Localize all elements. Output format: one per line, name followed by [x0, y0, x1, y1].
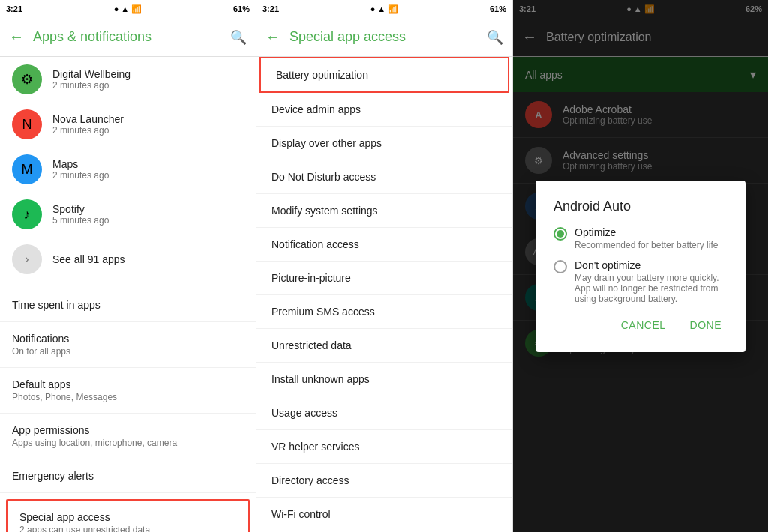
battery-optimization-item[interactable]: Battery optimization — [260, 57, 509, 93]
avatar: ♪ — [12, 199, 42, 229]
left-status-bar: 3:21 ● ▲ 📶 61% — [0, 0, 256, 18]
middle-time: 3:21 — [262, 4, 279, 13]
display-over-label: Display over other apps — [272, 137, 382, 149]
device-admin-label: Device admin apps — [272, 103, 361, 115]
left-search-icon[interactable]: 🔍 — [230, 29, 247, 46]
picture-in-picture-label: Picture-in-picture — [272, 272, 351, 284]
dialog-title: Android Auto — [554, 199, 728, 214]
notification-access-item[interactable]: Notification access — [256, 228, 512, 262]
optimize-label: Optimize — [574, 226, 718, 238]
do-not-disturb-item[interactable]: Do Not Disturb access — [256, 160, 512, 194]
middle-back-button[interactable]: ← — [266, 28, 280, 46]
middle-battery: 61% — [490, 4, 506, 13]
app-permissions-item[interactable]: App permissions Apps using location, mic… — [0, 414, 256, 459]
list-item[interactable]: M Maps 2 minutes ago — [0, 147, 256, 192]
battery-optimization-label: Battery optimization — [276, 69, 368, 81]
app-time: 2 minutes ago — [52, 80, 130, 91]
optimize-radio[interactable] — [554, 227, 567, 241]
list-item[interactable]: ♪ Spotify 5 minutes ago — [0, 192, 256, 237]
default-apps-item[interactable]: Default apps Photos, Phone, Messages — [0, 368, 256, 414]
optimize-option[interactable]: Optimize Recommended for better battery … — [554, 226, 728, 250]
display-over-item[interactable]: Display over other apps — [256, 127, 512, 160]
app-time: 2 minutes ago — [52, 125, 124, 136]
usage-access-item[interactable]: Usage access — [256, 396, 512, 430]
setting-title: Notifications — [12, 333, 244, 345]
avatar: M — [12, 154, 42, 184]
install-unknown-item[interactable]: Install unknown apps — [256, 363, 512, 396]
optimize-desc: Recommended for better battery life — [574, 240, 718, 250]
emergency-alerts-item[interactable]: Emergency alerts — [0, 459, 256, 493]
avatar: N — [12, 109, 42, 139]
setting-subtitle: 2 apps can use unrestricted data — [20, 525, 236, 532]
app-time: 2 minutes ago — [52, 170, 109, 181]
middle-search-icon[interactable]: 🔍 — [487, 29, 503, 46]
app-time: 5 minutes ago — [52, 215, 109, 226]
middle-page-title: Special app access — [290, 29, 487, 45]
vr-helper-label: VR helper services — [272, 441, 360, 453]
setting-title: Time spent in apps — [12, 299, 244, 311]
chevron-right-icon: › — [12, 244, 42, 274]
middle-top-bar: ← Special app access 🔍 — [256, 18, 512, 57]
modify-system-label: Modify system settings — [272, 205, 378, 217]
app-name: Spotify — [52, 203, 109, 215]
setting-title: App permissions — [12, 424, 244, 436]
setting-subtitle: Apps using location, microphone, camera — [12, 438, 244, 448]
left-top-bar: ← Apps & notifications 🔍 — [0, 18, 256, 57]
left-signal-icon: ● ▲ 📶 — [114, 4, 142, 14]
app-name: Maps — [52, 158, 109, 170]
divider — [0, 285, 256, 285]
dont-optimize-option[interactable]: Don't optimize May drain your battery mo… — [554, 259, 728, 304]
right-panel: 3:21 ● ▲ 📶 62% ← Battery optimization Al… — [513, 0, 768, 532]
directory-access-item[interactable]: Directory access — [256, 464, 512, 498]
special-app-access-item[interactable]: Special app access 2 apps can use unrest… — [6, 499, 250, 532]
dont-optimize-radio[interactable] — [554, 260, 567, 273]
premium-sms-item[interactable]: Premium SMS access — [256, 295, 512, 329]
left-battery: 61% — [233, 4, 250, 13]
setting-title: Emergency alerts — [12, 470, 244, 482]
setting-subtitle: On for all apps — [12, 346, 244, 357]
middle-signal-icon: ● ▲ 📶 — [370, 4, 399, 14]
list-item[interactable]: N Nova Launcher 2 minutes ago — [0, 102, 256, 147]
time-spent-item[interactable]: Time spent in apps — [0, 288, 256, 322]
see-all-label: See all 91 apps — [52, 253, 125, 265]
unrestricted-data-item[interactable]: Unrestricted data — [256, 329, 512, 363]
setting-title: Default apps — [12, 378, 244, 390]
left-page-title: Apps & notifications — [33, 29, 230, 45]
left-scroll-content: ⚙ Digital Wellbeing 2 minutes ago N Nova… — [0, 57, 256, 532]
picture-in-picture-item[interactable]: Picture-in-picture — [256, 262, 512, 295]
wifi-control-item[interactable]: Wi-Fi control — [256, 498, 512, 531]
middle-status-bar: 3:21 ● ▲ 📶 61% — [256, 0, 512, 18]
usage-access-label: Usage access — [272, 407, 338, 419]
avatar: ⚙ — [12, 64, 42, 94]
do-not-disturb-label: Do Not Disturb access — [272, 171, 376, 183]
list-item[interactable]: ⚙ Digital Wellbeing 2 minutes ago — [0, 57, 256, 102]
wifi-control-label: Wi-Fi control — [272, 508, 331, 520]
dialog-overlay: Android Auto Optimize Recommended for be… — [513, 0, 768, 532]
left-time: 3:21 — [6, 4, 22, 13]
setting-subtitle: Photos, Phone, Messages — [12, 392, 244, 402]
cancel-button[interactable]: Cancel — [615, 316, 672, 334]
app-name: Nova Launcher — [52, 113, 124, 125]
dont-optimize-desc: May drain your battery more quickly. App… — [574, 273, 728, 304]
done-button[interactable]: Done — [684, 316, 728, 334]
android-auto-dialog: Android Auto Optimize Recommended for be… — [536, 181, 746, 352]
see-all-apps-button[interactable]: › See all 91 apps — [0, 237, 256, 282]
modify-system-item[interactable]: Modify system settings — [256, 194, 512, 228]
device-admin-item[interactable]: Device admin apps — [256, 93, 512, 127]
dialog-actions: Cancel Done — [554, 316, 728, 334]
dont-optimize-label: Don't optimize — [574, 259, 728, 271]
install-unknown-label: Install unknown apps — [272, 373, 370, 385]
unrestricted-data-label: Unrestricted data — [272, 339, 352, 351]
left-back-button[interactable]: ← — [9, 28, 24, 46]
left-panel: 3:21 ● ▲ 📶 61% ← Apps & notifications 🔍 … — [0, 0, 256, 532]
notifications-item[interactable]: Notifications On for all apps — [0, 322, 256, 368]
notification-access-label: Notification access — [272, 238, 359, 250]
middle-panel: 3:21 ● ▲ 📶 61% ← Special app access 🔍 Ba… — [256, 0, 513, 532]
directory-access-label: Directory access — [272, 474, 349, 486]
app-name: Digital Wellbeing — [52, 68, 130, 80]
vr-helper-item[interactable]: VR helper services — [256, 430, 512, 464]
setting-title: Special app access — [20, 511, 236, 523]
premium-sms-label: Premium SMS access — [272, 306, 375, 318]
middle-scroll-content: Battery optimization Device admin apps D… — [256, 57, 512, 532]
